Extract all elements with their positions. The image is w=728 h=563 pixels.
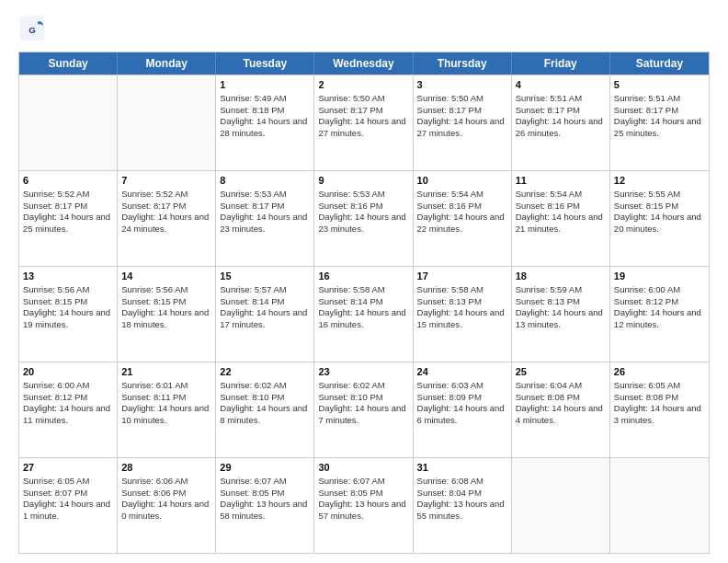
- header-day-thursday: Thursday: [414, 52, 512, 75]
- day-number: 14: [121, 270, 211, 283]
- logo-icon: G: [18, 15, 46, 42]
- day-cell-6: 6Sunrise: 5:52 AMSunset: 8:17 PMDaylight…: [19, 171, 118, 266]
- day-cell-12: 12Sunrise: 5:55 AMSunset: 8:15 PMDayligh…: [610, 171, 709, 266]
- day-cell-4: 4Sunrise: 5:51 AMSunset: 8:17 PMDaylight…: [512, 75, 610, 170]
- day-number: 20: [23, 365, 113, 379]
- day-number: 29: [220, 461, 310, 475]
- calendar-row-2: 6Sunrise: 5:52 AMSunset: 8:17 PMDaylight…: [19, 170, 709, 266]
- day-cell-2: 2Sunrise: 5:50 AMSunset: 8:17 PMDaylight…: [314, 75, 413, 170]
- header-day-saturday: Saturday: [610, 52, 709, 75]
- day-number: 23: [318, 365, 408, 379]
- day-cell-16: 16Sunrise: 5:58 AMSunset: 8:14 PMDayligh…: [314, 267, 413, 362]
- header-day-tuesday: Tuesday: [216, 52, 314, 75]
- day-cell-17: 17Sunrise: 5:58 AMSunset: 8:13 PMDayligh…: [414, 267, 512, 362]
- day-number: 5: [614, 78, 705, 92]
- day-cell-7: 7Sunrise: 5:52 AMSunset: 8:17 PMDaylight…: [118, 171, 216, 266]
- day-number: 15: [220, 270, 310, 283]
- day-number: 19: [614, 270, 705, 283]
- day-number: 12: [614, 174, 705, 188]
- day-cell-26: 26Sunrise: 6:05 AMSunset: 8:08 PMDayligh…: [610, 362, 709, 457]
- day-cell-8: 8Sunrise: 5:53 AMSunset: 8:17 PMDaylight…: [216, 171, 314, 266]
- day-cell-29: 29Sunrise: 6:07 AMSunset: 8:05 PMDayligh…: [216, 458, 314, 553]
- day-number: 7: [121, 174, 211, 188]
- day-cell-13: 13Sunrise: 5:56 AMSunset: 8:15 PMDayligh…: [19, 267, 118, 362]
- day-cell-3: 3Sunrise: 5:50 AMSunset: 8:17 PMDaylight…: [414, 75, 512, 170]
- day-cell-5: 5Sunrise: 5:51 AMSunset: 8:17 PMDaylight…: [610, 75, 709, 170]
- day-cell-20: 20Sunrise: 6:00 AMSunset: 8:12 PMDayligh…: [19, 362, 118, 457]
- day-cell-30: 30Sunrise: 6:07 AMSunset: 8:05 PMDayligh…: [314, 458, 413, 553]
- header: G: [18, 15, 710, 42]
- day-cell-1: 1Sunrise: 5:49 AMSunset: 8:18 PMDaylight…: [216, 75, 314, 170]
- day-number: 25: [516, 365, 606, 379]
- day-number: 9: [318, 174, 408, 188]
- day-cell-22: 22Sunrise: 6:02 AMSunset: 8:10 PMDayligh…: [216, 362, 314, 457]
- header-day-sunday: Sunday: [19, 52, 118, 75]
- day-cell-23: 23Sunrise: 6:02 AMSunset: 8:10 PMDayligh…: [314, 362, 413, 457]
- calendar-row-5: 27Sunrise: 6:05 AMSunset: 8:07 PMDayligh…: [19, 457, 709, 553]
- day-number: 31: [417, 461, 507, 475]
- empty-cell: [610, 458, 709, 553]
- day-number: 16: [318, 270, 408, 283]
- day-number: 28: [121, 461, 211, 475]
- calendar-body: 1Sunrise: 5:49 AMSunset: 8:18 PMDaylight…: [19, 75, 709, 553]
- day-cell-18: 18Sunrise: 5:59 AMSunset: 8:13 PMDayligh…: [512, 267, 610, 362]
- day-cell-28: 28Sunrise: 6:06 AMSunset: 8:06 PMDayligh…: [118, 458, 216, 553]
- day-number: 10: [417, 174, 507, 188]
- day-number: 4: [516, 78, 606, 92]
- day-number: 13: [23, 270, 113, 283]
- day-number: 24: [417, 365, 507, 379]
- calendar-row-4: 20Sunrise: 6:00 AMSunset: 8:12 PMDayligh…: [19, 362, 709, 457]
- day-number: 6: [23, 174, 113, 188]
- day-number: 27: [23, 461, 113, 475]
- calendar: SundayMondayTuesdayWednesdayThursdayFrid…: [18, 52, 710, 554]
- day-number: 21: [121, 365, 211, 379]
- empty-cell: [118, 75, 216, 170]
- header-day-wednesday: Wednesday: [314, 52, 413, 75]
- day-number: 8: [220, 174, 310, 188]
- day-cell-21: 21Sunrise: 6:01 AMSunset: 8:11 PMDayligh…: [118, 362, 216, 457]
- day-cell-9: 9Sunrise: 5:53 AMSunset: 8:16 PMDaylight…: [314, 171, 413, 266]
- day-cell-24: 24Sunrise: 6:03 AMSunset: 8:09 PMDayligh…: [414, 362, 512, 457]
- empty-cell: [512, 458, 610, 553]
- day-number: 2: [318, 78, 408, 92]
- day-number: 1: [220, 78, 310, 92]
- day-cell-19: 19Sunrise: 6:00 AMSunset: 8:12 PMDayligh…: [610, 267, 709, 362]
- day-cell-14: 14Sunrise: 5:56 AMSunset: 8:15 PMDayligh…: [118, 267, 216, 362]
- calendar-header: SundayMondayTuesdayWednesdayThursdayFrid…: [19, 52, 709, 75]
- calendar-row-3: 13Sunrise: 5:56 AMSunset: 8:15 PMDayligh…: [19, 266, 709, 362]
- day-cell-27: 27Sunrise: 6:05 AMSunset: 8:07 PMDayligh…: [19, 458, 118, 553]
- svg-text:G: G: [28, 25, 36, 35]
- empty-cell: [19, 75, 118, 170]
- day-number: 22: [220, 365, 310, 379]
- day-cell-10: 10Sunrise: 5:54 AMSunset: 8:16 PMDayligh…: [414, 171, 512, 266]
- day-number: 17: [417, 270, 507, 283]
- header-day-friday: Friday: [512, 52, 610, 75]
- day-number: 26: [614, 365, 705, 379]
- day-number: 30: [318, 461, 408, 475]
- day-number: 3: [417, 78, 507, 92]
- day-cell-15: 15Sunrise: 5:57 AMSunset: 8:14 PMDayligh…: [216, 267, 314, 362]
- header-day-monday: Monday: [118, 52, 216, 75]
- calendar-row-1: 1Sunrise: 5:49 AMSunset: 8:18 PMDaylight…: [19, 75, 709, 170]
- day-number: 11: [516, 174, 606, 188]
- page: G SundayMondayTuesdayWednesdayThursdayFr…: [0, 0, 728, 563]
- day-cell-11: 11Sunrise: 5:54 AMSunset: 8:16 PMDayligh…: [512, 171, 610, 266]
- day-number: 18: [516, 270, 606, 283]
- day-cell-25: 25Sunrise: 6:04 AMSunset: 8:08 PMDayligh…: [512, 362, 610, 457]
- logo: G: [18, 15, 50, 42]
- day-cell-31: 31Sunrise: 6:08 AMSunset: 8:04 PMDayligh…: [414, 458, 512, 553]
